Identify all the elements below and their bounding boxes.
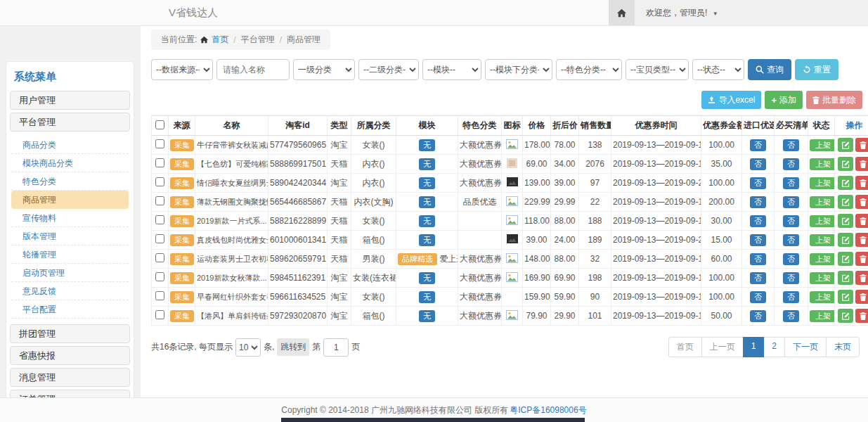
sidebar-group[interactable]: 省惠快报 xyxy=(10,346,130,365)
edit-button[interactable] xyxy=(838,271,853,285)
sidebar-item[interactable]: 特色分类 xyxy=(11,172,129,191)
imported-badge[interactable]: 否 xyxy=(750,272,766,284)
delete-button[interactable] xyxy=(855,271,868,285)
page-button[interactable]: 1 xyxy=(743,337,765,357)
edit-button[interactable] xyxy=(838,138,853,152)
sidebar-group[interactable]: 消息管理 xyxy=(10,368,130,387)
row-checkbox[interactable] xyxy=(155,196,164,205)
status-badge[interactable]: 上架 xyxy=(810,234,835,246)
breadcrumb-home-link[interactable]: 首页 xyxy=(212,34,228,46)
delete-button[interactable] xyxy=(855,138,868,152)
page-button[interactable]: 下一页 xyxy=(784,337,827,357)
must-buy-badge[interactable]: 否 xyxy=(783,139,799,151)
status-badge[interactable]: 上架 xyxy=(810,139,835,151)
page-button[interactable]: 末页 xyxy=(826,337,860,357)
row-checkbox[interactable] xyxy=(155,234,164,243)
filter-select-feature-category[interactable]: --特色分类-- xyxy=(556,59,622,80)
row-checkbox[interactable] xyxy=(155,177,164,186)
sidebar-item[interactable]: 轮播管理 xyxy=(11,245,129,264)
status-badge[interactable]: 上架 xyxy=(810,291,835,303)
status-badge[interactable]: 上架 xyxy=(810,272,835,284)
edit-button[interactable] xyxy=(838,157,853,171)
must-buy-badge[interactable]: 否 xyxy=(783,253,799,265)
sidebar-item[interactable]: 启动页管理 xyxy=(11,264,129,282)
edit-button[interactable] xyxy=(838,214,853,228)
per-page-select[interactable]: 10 xyxy=(235,338,261,357)
status-badge[interactable]: 上架 xyxy=(810,310,835,322)
must-buy-badge[interactable]: 否 xyxy=(783,177,799,189)
must-buy-badge[interactable]: 否 xyxy=(783,234,799,246)
must-buy-badge[interactable]: 否 xyxy=(783,196,799,208)
delete-button[interactable] xyxy=(855,252,868,266)
reset-button[interactable]: 重置 xyxy=(795,59,838,80)
sidebar-item[interactable]: 版本管理 xyxy=(11,227,129,245)
imported-badge[interactable]: 否 xyxy=(750,234,766,246)
search-button[interactable]: 查询 xyxy=(748,59,791,80)
icp-link[interactable]: 粤ICP备16098006号 xyxy=(510,404,586,416)
user-menu[interactable]: 欢迎您，管理员! ▼ xyxy=(646,7,718,19)
row-checkbox[interactable] xyxy=(155,215,164,224)
edit-button[interactable] xyxy=(838,309,853,323)
imported-badge[interactable]: 否 xyxy=(750,177,766,189)
sidebar-item[interactable]: 平台配置 xyxy=(11,300,129,319)
breadcrumb-item-platform[interactable]: 平台管理 xyxy=(241,34,275,46)
imported-badge[interactable]: 否 xyxy=(750,158,766,170)
filter-select-level2-category[interactable]: --二级分类-- xyxy=(358,59,419,80)
row-checkbox[interactable] xyxy=(155,139,164,148)
status-badge[interactable]: 上架 xyxy=(810,196,835,208)
home-button[interactable] xyxy=(609,0,635,25)
page-button[interactable]: 首页 xyxy=(668,337,702,357)
batch-delete-button[interactable]: 批量删除 xyxy=(806,91,862,109)
edit-button[interactable] xyxy=(838,233,853,247)
imported-badge[interactable]: 否 xyxy=(750,215,766,227)
edit-button[interactable] xyxy=(838,176,853,190)
row-checkbox[interactable] xyxy=(155,272,164,281)
sidebar-group[interactable]: 用户管理 xyxy=(10,91,130,110)
delete-button[interactable] xyxy=(855,309,868,323)
delete-button[interactable] xyxy=(855,176,868,190)
must-buy-badge[interactable]: 否 xyxy=(783,291,799,303)
filter-select-item-type[interactable]: --宝贝类型-- xyxy=(626,59,689,80)
row-checkbox[interactable] xyxy=(155,158,164,167)
imported-badge[interactable]: 否 xyxy=(750,310,766,322)
row-checkbox[interactable] xyxy=(155,310,164,319)
edit-button[interactable] xyxy=(838,252,853,266)
sidebar-item[interactable]: 商品分类 xyxy=(11,136,129,154)
imported-badge[interactable]: 否 xyxy=(750,253,766,265)
sidebar-item[interactable]: 商品管理 xyxy=(11,191,129,209)
must-buy-badge[interactable]: 否 xyxy=(783,310,799,322)
filter-select-level1-category[interactable]: 一级分类 xyxy=(293,59,355,80)
select-all-checkbox[interactable] xyxy=(155,120,164,129)
imported-badge[interactable]: 否 xyxy=(750,291,766,303)
must-buy-badge[interactable]: 否 xyxy=(783,272,799,284)
status-badge[interactable]: 上架 xyxy=(810,253,835,265)
edit-button[interactable] xyxy=(838,195,853,209)
filter-select-status[interactable]: --状态-- xyxy=(692,59,744,80)
delete-button[interactable] xyxy=(855,195,868,209)
page-button[interactable]: 上一页 xyxy=(701,337,744,357)
sidebar-group[interactable]: 拼团管理 xyxy=(10,324,130,343)
imported-badge[interactable]: 否 xyxy=(750,139,766,151)
add-button[interactable]: + 添加 xyxy=(765,91,803,109)
must-buy-badge[interactable]: 否 xyxy=(783,215,799,227)
import-excel-button[interactable]: 导入excel xyxy=(701,91,761,109)
delete-button[interactable] xyxy=(855,233,868,247)
name-search-input[interactable] xyxy=(216,59,290,80)
status-badge[interactable]: 上架 xyxy=(810,215,835,227)
row-checkbox[interactable] xyxy=(155,291,164,300)
page-button[interactable]: 2 xyxy=(763,337,785,357)
filter-select-module-subcategory[interactable]: --模块下分类-- xyxy=(485,59,552,80)
sidebar-item[interactable]: 模块商品分类 xyxy=(11,154,129,172)
row-checkbox[interactable] xyxy=(155,253,164,262)
delete-button[interactable] xyxy=(855,290,868,304)
sidebar-item[interactable]: 宣传物料 xyxy=(11,209,129,227)
delete-button[interactable] xyxy=(855,214,868,228)
imported-badge[interactable]: 否 xyxy=(750,196,766,208)
edit-button[interactable] xyxy=(838,290,853,304)
filter-select-data-source[interactable]: --数据来源-- xyxy=(151,59,213,80)
sidebar-group-platform[interactable]: 平台管理 xyxy=(10,113,130,132)
filter-select-module[interactable]: --模块-- xyxy=(422,59,481,80)
status-badge[interactable]: 上架 xyxy=(810,158,835,170)
jump-page-input[interactable] xyxy=(323,338,349,357)
sidebar-item[interactable]: 意见反馈 xyxy=(11,282,129,300)
